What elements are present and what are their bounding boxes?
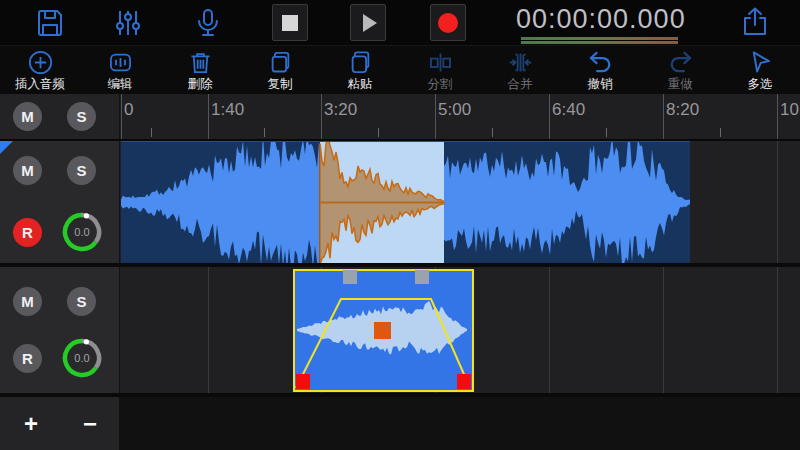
tool-label: 分割 bbox=[428, 78, 453, 91]
ruler-minor-tick bbox=[378, 128, 379, 137]
multi-select-icon bbox=[747, 49, 774, 76]
zoom-controls: + − bbox=[0, 397, 120, 450]
ruler-minor-tick bbox=[264, 128, 265, 137]
tool-label: 合并 bbox=[508, 78, 533, 91]
audio-editor-app: 00:00:00.000 插入音频 编辑 bbox=[0, 0, 800, 450]
top-bar: 00:00:00.000 bbox=[0, 0, 800, 45]
track-2-solo-button[interactable]: S bbox=[67, 287, 96, 316]
zoom-out-button[interactable]: − bbox=[83, 410, 97, 438]
merge-button[interactable]: 合并 bbox=[480, 46, 560, 94]
record-button[interactable] bbox=[430, 4, 466, 41]
lane-gridline bbox=[208, 267, 209, 393]
export-icon[interactable] bbox=[739, 6, 771, 38]
fade-out-handle[interactable] bbox=[457, 374, 471, 389]
delete-button[interactable]: 删除 bbox=[160, 46, 240, 94]
track-1-volume-value: 0.0 bbox=[74, 226, 89, 238]
timecode-display: 00:00:00.000 bbox=[516, 4, 682, 35]
ruler-major-tick bbox=[777, 94, 778, 140]
track-1-waveform bbox=[121, 142, 690, 263]
insert-audio-icon bbox=[27, 49, 54, 76]
tool-label: 插入音频 bbox=[15, 78, 65, 91]
tool-label: 复制 bbox=[268, 78, 293, 91]
track-2-audio-clip[interactable] bbox=[293, 269, 474, 392]
clip-top-handle-left[interactable] bbox=[343, 270, 357, 284]
play-icon bbox=[363, 14, 377, 32]
track-2-clip-canvas bbox=[295, 271, 472, 390]
stop-icon bbox=[282, 15, 298, 31]
mixer-icon[interactable] bbox=[112, 7, 144, 39]
lane-gridline bbox=[663, 267, 664, 393]
tool-label: 删除 bbox=[188, 78, 213, 91]
record-icon bbox=[438, 13, 458, 33]
timeline-ruler-row: 01:403:205:006:408:2010:00 M S bbox=[0, 94, 800, 140]
clip-top-handle-right[interactable] bbox=[415, 270, 429, 284]
ruler-major-tick bbox=[121, 94, 122, 140]
ruler-label: 5:00 bbox=[438, 100, 471, 120]
redo-button[interactable]: 重做 bbox=[640, 46, 720, 94]
clip-center-handle[interactable] bbox=[374, 322, 391, 339]
ruler-minor-tick bbox=[492, 128, 493, 137]
track-1-row: M S R 0.0 bbox=[0, 141, 800, 263]
tool-label: 粘贴 bbox=[348, 78, 373, 91]
copy-button[interactable]: 复制 bbox=[240, 46, 320, 94]
save-icon[interactable] bbox=[34, 7, 66, 39]
play-button[interactable] bbox=[350, 4, 386, 41]
ruler-major-tick bbox=[208, 94, 209, 140]
trash-icon bbox=[187, 49, 214, 76]
track-2-mute-button[interactable]: M bbox=[13, 287, 42, 316]
bottom-bar: + − bbox=[0, 397, 800, 450]
lane-gridline bbox=[549, 267, 550, 393]
lane-gridline bbox=[777, 267, 778, 393]
track-2-row: M S R 0.0 bbox=[0, 267, 800, 393]
fade-in-handle[interactable] bbox=[296, 374, 310, 389]
tool-label: 撤销 bbox=[588, 78, 613, 91]
multi-select-button[interactable]: 多选 bbox=[720, 46, 800, 94]
microphone-icon[interactable] bbox=[192, 7, 224, 39]
ruler-minor-tick bbox=[606, 128, 607, 137]
merge-icon bbox=[507, 49, 534, 76]
ruler-label: 0 bbox=[124, 100, 133, 120]
zoom-in-button[interactable]: + bbox=[24, 410, 38, 438]
track-1-record-button[interactable]: R bbox=[13, 218, 42, 247]
tool-label: 多选 bbox=[748, 78, 773, 91]
stop-button[interactable] bbox=[272, 4, 308, 41]
undo-button[interactable]: 撤销 bbox=[560, 46, 640, 94]
track-2-record-button[interactable]: R bbox=[13, 344, 42, 373]
track-1-audio-clip[interactable] bbox=[121, 141, 690, 263]
edit-icon bbox=[107, 49, 134, 76]
lane-gridline bbox=[777, 141, 778, 263]
header-solo-button[interactable]: S bbox=[67, 102, 96, 131]
paste-button[interactable]: 粘贴 bbox=[320, 46, 400, 94]
undo-icon bbox=[587, 49, 614, 76]
ruler-label: 1:40 bbox=[211, 100, 244, 120]
ruler-label: 6:40 bbox=[552, 100, 585, 120]
edit-toolbar: 插入音频 编辑 删除 复制 bbox=[0, 45, 800, 94]
tool-label: 编辑 bbox=[108, 78, 133, 91]
split-icon bbox=[427, 49, 454, 76]
ruler-label: 10:00 bbox=[780, 100, 800, 120]
selected-track-marker bbox=[0, 141, 13, 154]
edit-button[interactable]: 编辑 bbox=[80, 46, 160, 94]
track-1-volume-knob[interactable]: 0.0 bbox=[60, 210, 104, 254]
redo-icon bbox=[667, 49, 694, 76]
ruler-minor-tick bbox=[151, 128, 152, 137]
track-2-volume-value: 0.0 bbox=[74, 352, 89, 364]
ruler-major-tick bbox=[549, 94, 550, 140]
tool-label: 重做 bbox=[668, 78, 693, 91]
header-mute-button[interactable]: M bbox=[13, 102, 42, 131]
split-button[interactable]: 分割 bbox=[400, 46, 480, 94]
ruler-label: 8:20 bbox=[666, 100, 699, 120]
ruler-minor-tick bbox=[720, 128, 721, 137]
level-meter-left bbox=[521, 37, 678, 40]
ruler-label: 3:20 bbox=[324, 100, 357, 120]
level-meter-right bbox=[521, 41, 678, 44]
track-1-controls: M S R 0.0 bbox=[0, 141, 120, 263]
header-track-controls: M S bbox=[0, 94, 120, 139]
track-2-controls: M S R 0.0 bbox=[0, 267, 120, 393]
paste-icon bbox=[347, 49, 374, 76]
track-1-solo-button[interactable]: S bbox=[67, 156, 96, 185]
track-2-volume-knob[interactable]: 0.0 bbox=[60, 336, 104, 380]
track-1-mute-button[interactable]: M bbox=[13, 156, 42, 185]
insert-audio-button[interactable]: 插入音频 bbox=[0, 46, 80, 94]
ruler-major-tick bbox=[435, 94, 436, 140]
